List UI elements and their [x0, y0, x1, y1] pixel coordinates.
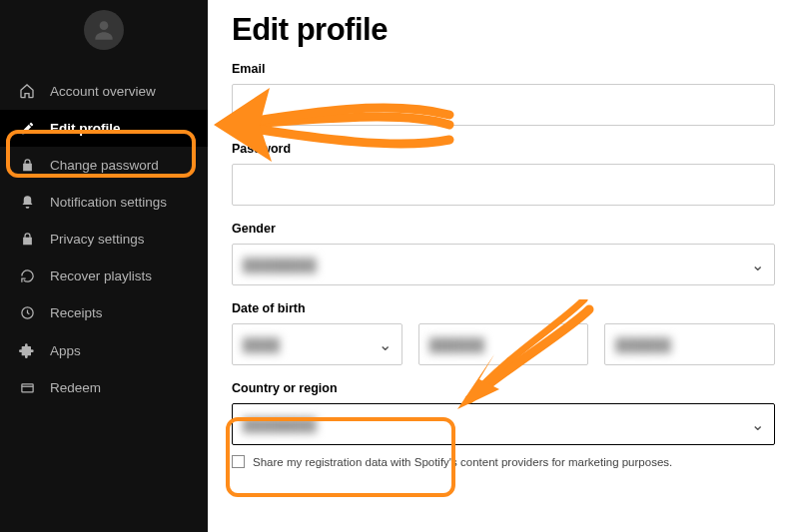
gender-label: Gender [232, 222, 775, 236]
sidebar-item-edit-profile[interactable]: Edit profile [0, 110, 208, 147]
sidebar: Account overview Edit profile Change pas… [0, 0, 208, 532]
main-content: Edit profile Email Password Gender █████… [208, 0, 799, 532]
chevron-down-icon: ⌄ [379, 335, 392, 354]
marketing-consent-row[interactable]: Share my registration data with Spotify'… [232, 455, 775, 468]
country-field-group: Country or region ████████ ⌄ [232, 381, 775, 445]
password-input[interactable] [232, 164, 775, 206]
dob-field-group: Date of birth ████⌄ ██████ ██████ [232, 301, 775, 365]
puzzle-icon [18, 342, 36, 358]
avatar[interactable] [84, 10, 124, 50]
email-label: Email [232, 62, 775, 76]
country-label: Country or region [232, 381, 775, 395]
sidebar-item-redeem[interactable]: Redeem [0, 369, 208, 406]
dob-label: Date of birth [232, 301, 775, 315]
svg-rect-2 [21, 384, 32, 392]
gender-field-group: Gender ████████ ⌄ [232, 222, 775, 285]
clock-icon [18, 305, 36, 320]
sidebar-item-privacy-settings[interactable]: Privacy settings [0, 221, 208, 258]
app-root: Account overview Edit profile Change pas… [0, 0, 799, 532]
sidebar-item-label: Account overview [50, 84, 156, 99]
country-value: ████████ [243, 417, 317, 432]
sidebar-item-label: Receipts [50, 305, 103, 320]
sidebar-nav: Account overview Edit profile Change pas… [0, 72, 208, 406]
refresh-icon [18, 268, 36, 283]
sidebar-item-notification-settings[interactable]: Notification settings [0, 184, 208, 221]
sidebar-item-apps[interactable]: Apps [0, 331, 208, 369]
checkbox-icon[interactable] [232, 455, 245, 468]
svg-point-0 [100, 21, 109, 30]
sidebar-item-account-overview[interactable]: Account overview [0, 72, 208, 110]
bell-icon [18, 195, 36, 210]
email-field-group: Email [232, 62, 775, 126]
sidebar-item-label: Change password [50, 158, 159, 173]
sidebar-item-label: Notification settings [50, 195, 167, 210]
chevron-down-icon: ⌄ [751, 415, 764, 434]
avatar-wrap [0, 0, 208, 72]
sidebar-item-change-password[interactable]: Change password [0, 147, 208, 184]
sidebar-item-label: Privacy settings [50, 232, 145, 247]
password-label: Password [232, 142, 775, 156]
page-title: Edit profile [232, 12, 775, 48]
pencil-icon [18, 121, 36, 136]
card-icon [18, 380, 36, 395]
marketing-consent-label: Share my registration data with Spotify'… [253, 456, 672, 468]
lock-icon [18, 232, 36, 247]
dob-month-input[interactable]: ██████ [418, 323, 589, 365]
country-region-select[interactable]: ████████ ⌄ [232, 403, 775, 445]
sidebar-item-receipts[interactable]: Receipts [0, 294, 208, 331]
password-field-group: Password [232, 142, 775, 206]
home-icon [18, 83, 36, 99]
lock-icon [18, 158, 36, 173]
gender-select[interactable]: ████████ ⌄ [232, 244, 775, 285]
sidebar-item-label: Apps [50, 343, 81, 358]
sidebar-item-label: Recover playlists [50, 268, 152, 283]
sidebar-item-label: Edit profile [50, 121, 121, 136]
dob-day-select[interactable]: ████⌄ [232, 323, 402, 365]
sidebar-item-label: Redeem [50, 380, 101, 395]
dob-year-input[interactable]: ██████ [604, 323, 775, 365]
gender-value: ████████ [243, 258, 317, 272]
email-input[interactable] [232, 84, 775, 126]
sidebar-item-recover-playlists[interactable]: Recover playlists [0, 258, 208, 294]
chevron-down-icon: ⌄ [751, 256, 764, 274]
